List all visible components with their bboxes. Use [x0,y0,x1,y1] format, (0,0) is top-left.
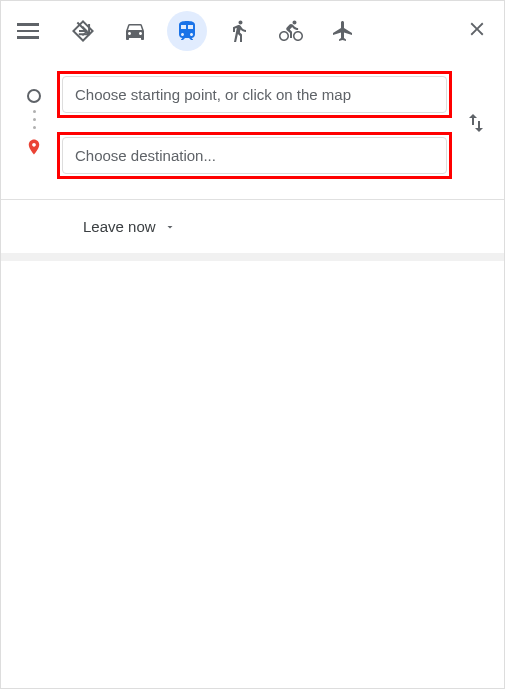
options-row: Leave now [1,200,504,253]
mode-flights-icon[interactable] [323,11,363,51]
destination-input[interactable] [62,137,447,174]
depart-time-label: Leave now [83,218,156,235]
swap-icon[interactable] [464,111,488,139]
mode-cycling-icon[interactable] [271,11,311,51]
mode-walking-icon[interactable] [219,11,259,51]
close-icon[interactable] [466,18,488,44]
mode-transit-icon[interactable] [167,11,207,51]
travel-mode-selector [63,11,363,51]
route-inputs [1,61,504,199]
depart-time-selector[interactable]: Leave now [83,218,176,235]
location-indicators [25,89,43,162]
destination-input-highlight [57,132,452,179]
section-divider [1,253,504,261]
header-bar [1,1,504,61]
destination-pin-icon [25,136,43,162]
mode-best-icon[interactable] [63,11,103,51]
start-input[interactable] [62,76,447,113]
mode-driving-icon[interactable] [115,11,155,51]
route-line-icon [33,110,36,129]
start-point-icon [27,89,41,103]
start-input-highlight [57,71,452,118]
chevron-down-icon [164,221,176,233]
menu-icon[interactable] [17,20,39,42]
input-fields [57,71,452,179]
